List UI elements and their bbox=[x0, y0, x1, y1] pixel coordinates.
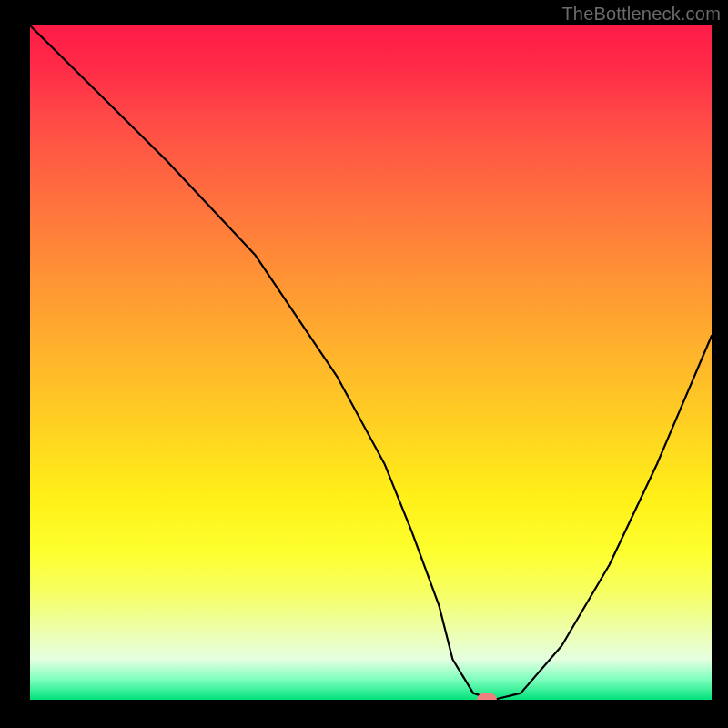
bottleneck-curve bbox=[30, 25, 712, 700]
optimal-point-marker bbox=[477, 693, 497, 700]
chart-frame: TheBottleneck.com bbox=[0, 0, 728, 728]
plot-area bbox=[30, 25, 712, 700]
watermark-text: TheBottleneck.com bbox=[561, 4, 721, 25]
